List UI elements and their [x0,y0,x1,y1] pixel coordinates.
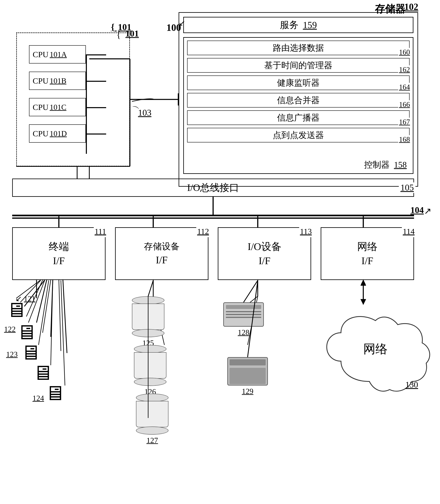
terminal-2: 🖥 [16,321,37,344]
ref-122-label: 122 [4,325,16,334]
svg-line-44 [51,280,53,365]
cpu-connector-line [86,54,87,154]
svg-line-17 [43,280,51,333]
diagram-container: 存储器 102 服务 159 路由选择数据 160 基于时间的管理器 162 健… [0,0,440,504]
network-cloud: 网络 130 [321,304,430,406]
terminal-1: 🖥 [6,298,26,322]
terminal-5: 🖥 [45,381,65,405]
bus-interface-ref: 105 [399,182,415,193]
ref-104-brace: ↗ [424,206,431,216]
cpu-h3 [86,107,106,108]
svg-line-45 [61,280,65,385]
storage-ref: 102 [404,1,418,12]
storage-item-1: 基于时间的管理器 162 [187,58,410,73]
cpu-box-c: CPU 101C [29,98,86,116]
if-box-io: 113 I/O设备 I/F [218,227,311,280]
controller-label: 控制器 158 [364,159,407,170]
svg-marker-27 [361,280,366,285]
ref-101-brace: { [116,30,121,40]
service-bar: 服务 159 [183,17,413,33]
storage-label: 存储器 [375,2,405,16]
storage-item-5: 点到点发送器 168 [187,128,410,142]
svg-marker-52 [360,280,366,286]
ref-100-arrow: ↙ [179,18,185,28]
cpu-h4 [86,134,106,135]
storage-item-3: 信息合并器 166 [187,93,410,108]
if-box-terminal: 111 终端 I/F [12,227,106,280]
cpu-box-b: CPU 101B [29,72,86,90]
network-ref: 130 [405,380,418,390]
cylinder-127: 127 [136,394,168,445]
svg-marker-28 [361,300,366,305]
cpu-h1 [86,54,106,55]
io-device-129: 129 [227,357,268,396]
storage-item-2: 健康监听器 164 [187,75,410,90]
if-box-storage: 112 存储设备 I/F [115,227,208,280]
storage-box: 存储器 102 服务 159 路由选择数据 160 基于时间的管理器 162 健… [179,12,418,187]
if-boxes-row: 111 终端 I/F 112 存储设备 I/F 113 I/O设备 I/F 11… [12,227,414,280]
svg-line-13 [51,280,53,337]
io-device-128: 128 [223,302,264,337]
cpu-box-d: CPU 101D [29,124,86,143]
ref-124-label: 124 [32,394,44,403]
io-bus-line [12,215,414,216]
terminal-4: 🖥 [32,361,53,384]
ref-104-num: 104 [410,205,424,215]
storage-item-0: 路由选择数据 160 [187,41,410,55]
svg-text:网络: 网络 [363,342,388,356]
bus-interface-box: I/O总线接口 105 [12,178,414,197]
if-box-network: 114 网络 I/F [321,227,414,280]
svg-line-43 [39,280,49,345]
terminal-3: 🖥 [20,341,41,364]
ref-123-label: 123 [6,350,18,359]
service-ref: 159 [303,20,317,30]
service-label: 服务 [280,19,299,31]
svg-line-18 [59,280,61,351]
bus-interface-label: I/O总线接口 [187,181,239,194]
cylinder-125: 125 [132,296,165,347]
io-bus-line-2 [12,218,414,219]
svg-line-12 [37,280,47,323]
ref-103: 103 [138,108,151,118]
cpu-box-a: CPU 101A [29,45,86,64]
svg-line-49 [244,280,258,302]
svg-line-46 [148,280,153,296]
svg-line-14 [63,280,67,353]
storage-inner: 路由选择数据 160 基于时间的管理器 162 健康监听器 164 信息合并器 … [183,37,413,174]
svg-marker-53 [360,299,366,305]
cylinder-126: 126 [134,345,166,396]
storage-item-4: 信息广播器 167 [187,110,410,125]
cpu-h2 [86,81,106,82]
ref-101-num: 101 [125,28,139,39]
cpu-cluster: { 101 CPU 101A CPU 101B CPU 101C CPU 101… [16,32,130,166]
